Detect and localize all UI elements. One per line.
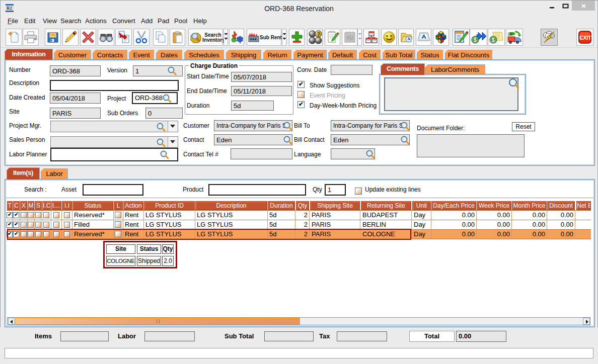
svg-text:EXIT: EXIT — [579, 35, 591, 41]
svg-text:$: $ — [474, 37, 477, 43]
svg-text:?: ? — [317, 32, 320, 37]
svg-text:$: $ — [492, 37, 495, 43]
